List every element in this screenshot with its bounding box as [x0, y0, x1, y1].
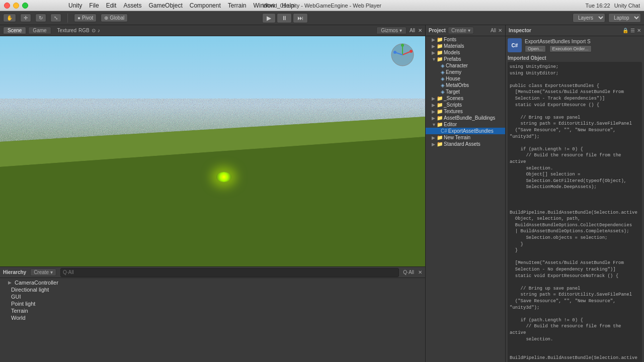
textured-label[interactable]: Textured [57, 28, 76, 33]
all-label: All [410, 28, 415, 33]
execution-order-button[interactable]: Execution Order... [549, 45, 592, 52]
layout-dropdown[interactable]: Laptop [608, 13, 641, 23]
scale-tool-button[interactable]: ⤡ [50, 14, 61, 22]
svg-point-8 [401, 44, 404, 47]
unity-toolbar: ✋ ✛ ↻ ⤡ ● Pivot ⊕ Global ▶ ⏸ ⏭ Layers La… [0, 11, 644, 25]
pivot-button[interactable]: ● Pivot [74, 14, 97, 22]
project-row-standard-assets[interactable]: ▶ 📁 Standard Assets [426, 141, 505, 147]
expand-arrow-icon: ▶ [432, 37, 436, 42]
inspector-file-info: C# ExportAssetBundles Import S Open... E… [508, 38, 642, 52]
project-row-enemy[interactable]: ◈ Enemy [426, 69, 505, 75]
menu-bar: Unity File Edit Assets GameObject Compon… [68, 2, 294, 9]
gizmos-button[interactable]: Gizmos ▾ [376, 27, 407, 34]
project-row-prefabs[interactable]: ▼ 📁 Prefabs [426, 56, 505, 62]
project-close-icon[interactable]: ✕ [498, 28, 502, 33]
separator-1 [67, 14, 68, 23]
hierarchy-close-icon[interactable]: ✕ [418, 269, 422, 275]
folder-icon: 📁 [437, 96, 443, 101]
move-tool-button[interactable]: ✛ [20, 14, 31, 22]
scene-viewport[interactable] [0, 36, 425, 266]
menu-component[interactable]: Component [190, 2, 221, 9]
hierarchy-item-world[interactable]: World [0, 314, 425, 321]
clock: Tue 16:22 [586, 3, 610, 9]
project-row-scenes[interactable]: ▶ 📁 _Scenes [426, 95, 505, 102]
play-controls: ▶ ⏸ ⏭ [262, 13, 308, 23]
left-panel: Scene Game Textured RGB ⊙ ♪ Gizmos ▾ All… [0, 25, 425, 362]
prefab-icon: ◈ [441, 82, 445, 88]
inspector-lock-icon[interactable]: 🔒 [622, 28, 628, 33]
project-row-materials[interactable]: ▶ 📁 Materials [426, 43, 505, 49]
project-row-editor[interactable]: ▼ 📁 Editor [426, 121, 505, 128]
inspector-filename: ExportAssetBundles Import S [525, 39, 593, 44]
folder-icon: 📁 [437, 141, 443, 147]
close-scene-icon[interactable]: ✕ [418, 28, 422, 33]
item-label: Target [446, 89, 460, 95]
menu-assets[interactable]: Assets [123, 2, 141, 9]
project-row-character[interactable]: ◈ Character [426, 62, 505, 69]
open-button[interactable]: Open... [525, 45, 546, 52]
folder-icon: 📁 [437, 37, 443, 42]
project-row-textures[interactable]: ▶ 📁 Textures [426, 108, 505, 115]
inspector-menu-icon[interactable]: ☰ [630, 28, 635, 33]
hierarchy-content: ▶ CameraController Directional light GUI… [0, 278, 425, 362]
project-row-metalorbs[interactable]: ◈ MetalOrbs [426, 82, 505, 88]
minimize-button[interactable] [13, 3, 19, 9]
project-create-button[interactable]: Create ▾ [448, 27, 474, 34]
menu-edit[interactable]: Edit [106, 2, 117, 9]
step-button[interactable]: ⏭ [293, 13, 308, 23]
code-content: using UnityEngine; using UnityEditor; pu… [508, 62, 642, 362]
inspector-close-icon[interactable]: ✕ [637, 28, 641, 33]
inspector-header: Inspector 🔒 ☰ ✕ [506, 25, 644, 36]
maximize-button[interactable] [22, 3, 28, 9]
scene-effects-icon[interactable]: ⊙ [92, 28, 96, 33]
folder-label: Materials [444, 43, 464, 49]
scene-gizmo[interactable] [390, 42, 415, 67]
project-all-label: All [491, 28, 496, 33]
close-button[interactable] [4, 3, 10, 9]
project-row-scripts[interactable]: ▶ 📁 _Scripts [426, 102, 505, 108]
global-button[interactable]: ⊕ Global [101, 14, 128, 22]
hierarchy-item-gui[interactable]: GUI [0, 293, 425, 300]
traffic-lights [4, 3, 28, 9]
hierarchy-search-input[interactable] [60, 268, 399, 277]
project-row-exportassetbundles[interactable]: C# ExportAssetBundles [426, 128, 505, 134]
hierarchy-item-terrain[interactable]: Terrain [0, 307, 425, 314]
project-row-new-terrain[interactable]: ▶ 📁 New Terrain [426, 134, 505, 141]
folder-label: Textures [444, 109, 463, 114]
menu-file[interactable]: File [89, 2, 99, 9]
folder-label: _Scripts [444, 102, 462, 108]
play-button[interactable]: ▶ [262, 13, 276, 23]
folder-icon: 📁 [437, 102, 443, 108]
cs-file-icon: C# [508, 38, 522, 52]
menu-gameobject[interactable]: GameObject [148, 2, 182, 9]
tab-scene[interactable]: Scene [3, 27, 26, 34]
hierarchy-item-pointlight[interactable]: Point light [0, 300, 425, 307]
unity-chat-link[interactable]: Unity Chat [614, 3, 640, 9]
hierarchy-item-cameracontroller[interactable]: ▶ CameraController [0, 279, 425, 286]
rgb-label: RGB [78, 28, 90, 33]
scene-audio-icon[interactable]: ♪ [98, 28, 100, 33]
project-row-house[interactable]: ◈ House [426, 75, 505, 82]
hand-tool-button[interactable]: ✋ [3, 14, 16, 22]
layers-dropdown[interactable]: Layers [573, 13, 605, 23]
project-row-fonts[interactable]: ▶ 📁 Fonts [426, 36, 505, 43]
hierarchy-create-button[interactable]: Create ▾ [30, 268, 56, 276]
rotate-tool-button[interactable]: ↻ [35, 14, 46, 22]
hierarchy-item-directionallight[interactable]: Directional light [0, 286, 425, 293]
pause-button[interactable]: ⏸ [277, 13, 292, 23]
tab-game[interactable]: Game [28, 27, 51, 34]
folder-icon: 📁 [437, 115, 443, 121]
project-row-assetbundle-buildings[interactable]: ▶ 📁 AssetBundle_Buildings [426, 115, 505, 121]
item-label: GUI [11, 294, 21, 300]
project-row-target[interactable]: ◈ Target [426, 88, 505, 95]
terrain-svg [0, 36, 425, 266]
item-label: CameraController [15, 280, 58, 286]
project-row-models[interactable]: ▶ 📁 Models [426, 49, 505, 56]
prefab-icon: ◈ [441, 76, 445, 81]
prefab-icon: ◈ [441, 69, 445, 75]
menu-terrain[interactable]: Terrain [228, 2, 247, 9]
menu-unity[interactable]: Unity [68, 2, 82, 9]
file-label: ExportAssetBundles [448, 128, 494, 134]
inspector-content: C# ExportAssetBundles Import S Open... E… [506, 36, 644, 362]
folder-icon: 📁 [437, 56, 443, 62]
